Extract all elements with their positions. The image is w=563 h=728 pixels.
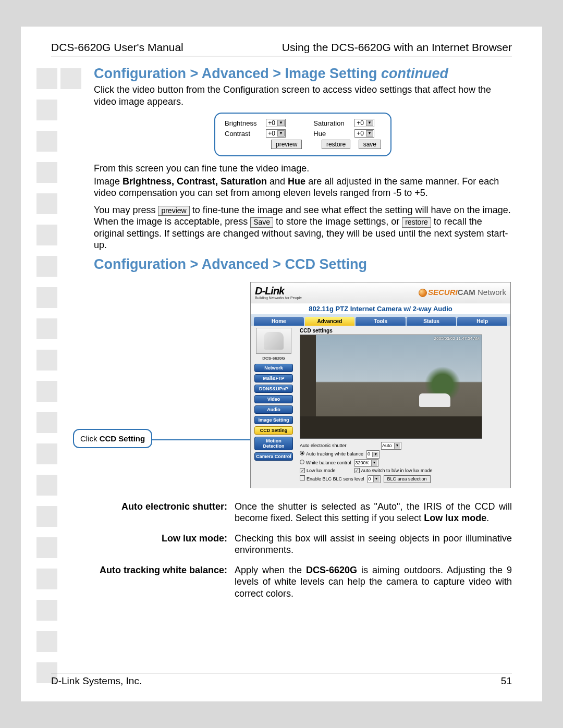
preview-save-paragraph: You may press preview to fine-tune the i… (94, 204, 512, 251)
preview-inline-button: preview (158, 206, 189, 216)
model-label: DCS-6620G (262, 356, 285, 361)
side-camera-control[interactable]: Camera Control (254, 452, 293, 461)
autobw-label: Auto switch to b/w in low lux mode (361, 468, 433, 473)
preview-button[interactable]: preview (271, 140, 302, 149)
side-ddns[interactable]: DDNS&UPnP (254, 385, 293, 393)
callout-connector (151, 439, 266, 441)
aes-select[interactable]: Auto▼ (381, 442, 401, 450)
chevron-down-icon: ▼ (366, 130, 373, 137)
chevron-down-icon: ▼ (366, 120, 373, 126)
contrast-label: Contrast (223, 128, 264, 139)
saturation-dropdown[interactable]: +0▼ (354, 119, 374, 127)
image-settings-panel: Brightness +0▼ Saturation +0▼ Contrast +… (214, 113, 391, 156)
adjustments-paragraph: Image Brightness, Contrast, Saturation a… (94, 176, 512, 199)
blc-label: Enable BLC BLC sens level (307, 476, 364, 482)
side-video[interactable]: Video (254, 395, 293, 403)
hue-label: Hue (304, 128, 352, 139)
brightness-dropdown[interactable]: +0▼ (266, 119, 286, 127)
page-footer: D-Link Systems, Inc. 51 (51, 673, 512, 687)
side-mailftp[interactable]: Mail&FTP (254, 374, 293, 382)
ui-sidebar: DCS-6620G Network Mail&FTP DDNS&UPnP Vid… (251, 326, 297, 488)
aes-label: Auto electronic shutter (300, 442, 378, 450)
blc-area-button[interactable]: BLC area selection (384, 475, 431, 484)
def-lowlux-desc: Checking this box will assist in seeing … (235, 533, 512, 556)
camera-thumbnail (256, 328, 291, 354)
video-preview: 2005/03/02 11:47:54 AM (300, 335, 482, 439)
section-heading-ccd: Configuration > Advanced > CCD Setting (94, 256, 512, 273)
def-aes-desc: Once the shutter is selected as "Auto", … (235, 501, 512, 524)
side-motion[interactable]: Motion Detection (254, 437, 293, 450)
tab-tools[interactable]: Tools (356, 317, 406, 326)
content-area: Configuration > Advanced > Image Setting… (94, 66, 512, 599)
dlink-tagline: Building Networks for People (255, 296, 302, 300)
dlink-admin-ui: D-Link Building Networks for People SECU… (250, 282, 511, 488)
section-heading-image-setting: Configuration > Advanced > Image Setting… (94, 66, 512, 82)
tab-help[interactable]: Help (457, 317, 507, 326)
saturation-label: Saturation (304, 118, 352, 128)
tab-status[interactable]: Status (407, 317, 457, 326)
wbc-label: White balance control (306, 460, 351, 465)
ccd-figure: Click CCD Setting D-Link Building Networ… (94, 282, 512, 490)
hue-dropdown[interactable]: +0▼ (354, 129, 374, 138)
blc-select[interactable]: 0▼ (368, 475, 381, 484)
side-ccd-setting[interactable]: CCD Setting (254, 426, 293, 435)
brightness-label: Brightness (223, 118, 264, 128)
atwb-label: Auto tracking white balance (306, 451, 363, 456)
autobw-checkbox[interactable] (354, 468, 360, 473)
blc-checkbox[interactable] (300, 475, 305, 480)
intro-paragraph: Click the video button from the Configur… (94, 84, 512, 107)
page-header: DCS-6620G User's Manual Using the DCS-66… (51, 41, 512, 56)
side-image-setting[interactable]: Image Setting (254, 416, 293, 424)
save-button[interactable]: save (359, 140, 381, 149)
chevron-down-icon: ▼ (277, 130, 285, 137)
ui-header: D-Link Building Networks for People SECU… (251, 282, 510, 303)
atwb-radio[interactable] (300, 451, 304, 455)
ccd-callout: Click CCD Setting (73, 429, 152, 448)
decorative-squares (36, 68, 84, 694)
header-right: Using the DCS-6620G with an Internet Bro… (282, 41, 512, 54)
def-lowlux-term: Low lux mode: (94, 533, 235, 556)
side-network[interactable]: Network (254, 364, 293, 372)
footer-company: D-Link Systems, Inc. (51, 675, 142, 687)
dlink-logo: D-Link (255, 285, 302, 297)
def-atwb-term: Auto tracking white balance: (94, 564, 235, 600)
fine-tune-paragraph: From this screen you can fine tune the v… (94, 163, 512, 175)
ui-subtitle: 802.11g PTZ Internet Camera w/ 2-way Aud… (251, 303, 510, 314)
contrast-dropdown[interactable]: +0▼ (266, 129, 286, 138)
ccd-settings-form: Auto electronic shutter Auto▼ Auto track… (300, 442, 507, 484)
tab-advanced[interactable]: Advanced (305, 317, 355, 326)
header-left: DCS-6620G User's Manual (51, 41, 183, 54)
wbc-radio[interactable] (300, 460, 304, 464)
lowlux-label: Low lux mode (307, 468, 336, 473)
def-aes-term: Auto electronic shutter: (94, 501, 235, 524)
def-atwb-desc: Apply when the DCS-6620G is aiming outdo… (235, 564, 512, 600)
ui-main: CCD settings 2005/03/02 11:47:54 AM Auto… (297, 326, 510, 488)
atwb-select[interactable]: 0▼ (366, 450, 380, 459)
side-audio[interactable]: Audio (254, 405, 293, 414)
securicam-brand: SECURICAM Network (419, 288, 506, 297)
chevron-down-icon: ▼ (277, 120, 285, 126)
tab-home[interactable]: Home (254, 317, 304, 326)
video-timestamp: 2005/03/02 11:47:54 AM (434, 336, 480, 341)
wbc-select[interactable]: 3200K▼ (354, 459, 378, 467)
definitions: Auto electronic shutter: Once the shutte… (94, 501, 512, 600)
footer-page-number: 51 (501, 675, 512, 687)
manual-page: DCS-6620G User's Manual Using the DCS-66… (21, 27, 542, 701)
lowlux-checkbox[interactable] (300, 468, 305, 473)
ui-tabs: Home Advanced Tools Status Help (251, 314, 510, 326)
ccd-settings-title: CCD settings (300, 328, 507, 334)
restore-button[interactable]: restore (322, 140, 350, 149)
securicam-icon (419, 289, 427, 297)
restore-inline-button: restore (402, 217, 431, 228)
save-inline-button: Save (250, 217, 273, 228)
